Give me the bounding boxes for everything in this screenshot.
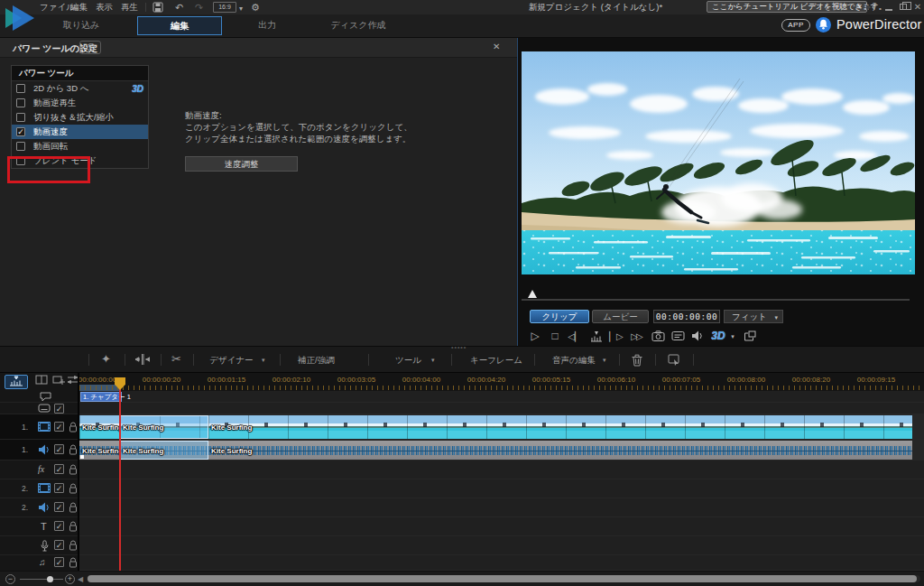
3d-dropdown-icon[interactable]: ▾ — [728, 329, 737, 345]
lock-icon[interactable] — [69, 464, 78, 477]
storyboard-view-button[interactable] — [33, 375, 50, 389]
chevron-down-icon[interactable]: ▾ — [262, 357, 265, 364]
video-track-2-header[interactable]: 2. ✓ — [0, 479, 78, 498]
effect-lane[interactable] — [79, 460, 924, 479]
title-lane[interactable] — [79, 517, 924, 536]
help-button[interactable]: ? — [868, 1, 881, 13]
designer-menu-button[interactable]: デザイナー — [209, 355, 253, 367]
lock-icon[interactable] — [69, 557, 78, 570]
video-clip-3[interactable]: Kite Surfing — [208, 415, 912, 439]
list-item-crop-zoom[interactable]: 切り抜き＆拡大/縮小 — [12, 110, 148, 125]
horizontal-scrollbar-track[interactable] — [87, 575, 920, 582]
title-track-header[interactable]: T ✓ — [0, 517, 78, 536]
video-clip-2-selected[interactable]: Kite Surfing — [120, 415, 208, 439]
previous-frame-button[interactable]: ◁▏ — [567, 329, 583, 345]
trash-icon[interactable] — [632, 354, 642, 370]
subtitle-lane[interactable] — [79, 403, 924, 414]
track-enable-checkbox[interactable]: ✓ — [54, 521, 64, 531]
track-enable-checkbox[interactable]: ✓ — [54, 444, 64, 454]
fix-enhance-button[interactable]: 補正/強調 — [298, 355, 335, 367]
panel-resize-handle[interactable]: ••••• — [451, 346, 473, 349]
zoom-in-icon[interactable]: + — [65, 574, 75, 584]
video-lane-2[interactable] — [79, 479, 924, 498]
movie-mode-button[interactable]: ムービー — [592, 310, 649, 323]
voice-track-header[interactable]: ✓ — [0, 536, 78, 555]
tab-edit[interactable]: 編集 — [137, 16, 222, 35]
tools-menu-button[interactable]: ツール — [395, 355, 421, 367]
track-enable-checkbox[interactable]: ✓ — [54, 404, 64, 414]
scissors-split-icon[interactable]: ✂ — [171, 352, 181, 367]
audio-clip-1[interactable]: Kite Surfing — [79, 441, 120, 460]
aspect-ratio-dropdown-icon[interactable]: ▾ — [239, 3, 243, 15]
tab-capture[interactable]: 取り込み — [51, 19, 111, 32]
checkbox[interactable] — [16, 142, 25, 151]
add-track-button[interactable] — [51, 375, 67, 389]
track-enable-checkbox[interactable]: ✓ — [54, 540, 64, 550]
video-preview[interactable] — [522, 51, 915, 274]
lock-icon[interactable] — [69, 422, 78, 434]
speed-adjust-button[interactable]: 速度調整 — [185, 156, 298, 172]
magic-wand-icon[interactable]: ✦ — [101, 352, 111, 367]
chevron-down-icon[interactable]: ▾ — [603, 357, 606, 364]
menu-edit[interactable]: 編集 — [70, 2, 88, 14]
playhead-line[interactable] — [119, 389, 121, 571]
checkbox[interactable]: ✓ — [16, 127, 25, 136]
next-frame-button[interactable]: ▏▷ — [608, 329, 624, 345]
undock-preview-icon[interactable] — [742, 329, 758, 345]
audio-lane-2[interactable] — [79, 498, 924, 517]
chevron-down-icon[interactable]: ▾ — [431, 357, 435, 364]
app-badge[interactable]: APP — [781, 19, 810, 32]
range-select-icon[interactable] — [668, 354, 680, 369]
audio-track-2-header[interactable]: 2. ✓ — [0, 498, 78, 517]
menu-play[interactable]: 再生 — [121, 2, 138, 14]
seek-slider-track[interactable] — [522, 299, 910, 301]
preview-quality-icon[interactable] — [670, 329, 686, 345]
audio-edit-menu-button[interactable]: 音声の編集 — [552, 355, 596, 367]
timecode-display[interactable]: 00:00:00:00 — [653, 310, 720, 323]
tab-create-disc[interactable]: ディスク作成 — [320, 19, 396, 32]
audio-clip-2-selected[interactable]: Kite Surfing — [120, 441, 208, 460]
voice-lane[interactable] — [79, 536, 924, 555]
redo-icon[interactable]: ↷ — [195, 1, 203, 14]
effect-track-header[interactable]: fx ✓ — [0, 460, 78, 479]
checkbox[interactable] — [16, 113, 25, 122]
3d-mode-button[interactable]: 3D — [709, 329, 727, 345]
track-enable-checkbox[interactable]: ✓ — [54, 502, 64, 512]
video-clip-1[interactable]: Kite Surfing — [79, 415, 120, 439]
clip-mode-button[interactable]: クリップ — [530, 310, 589, 323]
lock-icon[interactable] — [69, 444, 78, 457]
seek-slider-thumb[interactable] — [528, 290, 537, 298]
seek-to-marker-button[interactable] — [588, 329, 605, 345]
lock-icon[interactable] — [69, 540, 78, 553]
music-lane[interactable] — [79, 555, 924, 571]
track-enable-checkbox[interactable]: ✓ — [54, 483, 64, 493]
keyframe-button[interactable]: キーフレーム — [470, 355, 522, 367]
notification-bell-icon[interactable] — [816, 17, 831, 33]
chapter-marker[interactable]: 1. チャプター 1 — [80, 392, 122, 402]
volume-icon[interactable] — [689, 329, 706, 345]
zoom-slider-thumb[interactable] — [47, 576, 53, 582]
lock-icon[interactable] — [69, 483, 78, 496]
menu-view[interactable]: 表示 — [96, 2, 113, 14]
audio-track-1-header[interactable]: 1. ✓ — [0, 440, 78, 460]
stop-button[interactable]: □ — [547, 329, 563, 345]
tab-produce[interactable]: 出力 — [249, 19, 285, 32]
list-item-2d-to-3d[interactable]: 2D から 3D へ 3D — [12, 81, 148, 96]
track-manager-button[interactable] — [66, 375, 79, 389]
scroll-left-arrow-icon[interactable]: ◀ — [78, 575, 83, 583]
zoom-fit-dropdown[interactable]: フィット ▾ — [724, 310, 783, 323]
chapter-track-header[interactable] — [0, 391, 78, 403]
horizontal-scrollbar-thumb[interactable] — [88, 575, 917, 582]
fast-forward-button[interactable]: ▷▷ — [628, 329, 644, 345]
list-item-video-rotation[interactable]: 動画回転 — [12, 139, 148, 153]
volume-keyframe-node[interactable] — [80, 455, 84, 459]
track-enable-checkbox[interactable]: ✓ — [54, 464, 64, 474]
zoom-slider-track[interactable] — [20, 579, 63, 580]
video-track-1-header[interactable]: 1. ✓ — [0, 414, 78, 440]
snapshot-camera-icon[interactable] — [650, 329, 666, 345]
music-track-header[interactable]: ♫ ✓ — [0, 555, 78, 571]
close-button[interactable]: ✕ — [911, 1, 924, 13]
checkbox[interactable] — [16, 84, 25, 93]
checkbox[interactable] — [16, 98, 25, 107]
list-item-video-reverse[interactable]: 動画逆再生 — [12, 96, 148, 110]
